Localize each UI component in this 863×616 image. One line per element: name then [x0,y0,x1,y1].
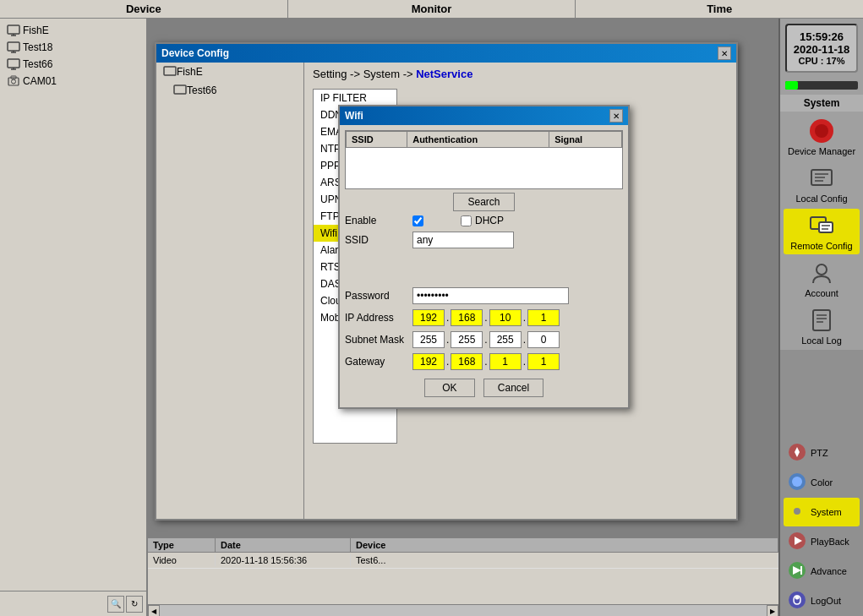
ssid-row: SSID [345,232,623,248]
wifi-dialog: Wifi ✕ SSID Authentication [338,105,630,409]
scroll-left[interactable]: ◀ [148,605,160,616]
svg-rect-3 [8,42,19,51]
ip-dot2: . [484,312,487,324]
time-display: 15:59:26 2020-11-18 CPU : 17% [785,24,858,73]
subnet-p1[interactable] [412,331,445,348]
scroll-right[interactable]: ▶ [767,605,778,616]
auth-col-header: Authentication [407,132,549,148]
subnet-mask-label: Subnet Mask [345,334,412,346]
sidebar-btn-local-config[interactable]: Local Config [784,161,860,207]
sidebar-btn-ptz[interactable]: PTZ [784,439,860,467]
device-manager-icon [808,117,835,144]
svg-point-15 [815,124,828,138]
tree-item-fishe[interactable]: FishE [3,22,143,39]
dhcp-checkbox[interactable] [461,215,472,226]
ip-p1[interactable] [412,309,445,326]
nav-panel: FishE Test66 [156,63,304,519]
wifi-title: Wifi [345,110,363,122]
password-label: Password [345,290,412,302]
sidebar-btn-color[interactable]: Color [784,468,860,497]
svg-point-40 [795,596,800,600]
sidebar-btn-system[interactable]: System [784,498,860,526]
gateway-p2[interactable] [451,353,483,370]
wifi-body: SSID Authentication Signal [340,125,628,407]
time-section-header: Time [576,0,863,18]
breadcrumb-netservice: NetService [416,68,472,80]
search-btn-tree[interactable]: 🔍 [107,596,124,613]
search-btn-row: Search [345,193,623,211]
sidebar-btn-advance[interactable]: Advance [784,557,860,586]
subnet-p4[interactable] [527,331,560,348]
ssid-form-label: SSID [345,234,412,246]
svg-point-33 [794,508,800,515]
event-log: Type Date Device Video 2020-11-18 15:56:… [148,537,778,604]
breadcrumb-arrow1: -> [350,68,360,80]
ssid-input[interactable] [412,232,514,248]
sidebar-btn-local-log[interactable]: Local Log [784,303,860,349]
monitor-icon-test18 [7,41,20,54]
tree-item-test18[interactable]: Test18 [3,39,143,56]
event-log-header: Type Date Device [148,538,778,553]
event-cell-type-0: Video [148,554,216,566]
device-tree-bottom: 🔍 ↻ [0,591,146,616]
device-config-close[interactable]: ✕ [718,46,731,60]
netservice-item-ipfilter[interactable]: IP FILTER [314,90,396,106]
sidebar-btn-logout[interactable]: LogOut [784,586,860,615]
gateway-label: Gateway [345,356,412,368]
sidebar-btn-account[interactable]: Account [784,256,860,302]
event-log-area: Type Date Device Video 2020-11-18 15:56:… [148,537,778,616]
gateway-p3[interactable] [489,353,522,370]
device-manager-label: Device Manager [788,146,855,156]
dialog-buttons: OK Cancel [345,379,623,402]
sidebar-btn-device-manager[interactable]: Device Manager [784,114,860,160]
subnet-p2[interactable] [451,331,483,348]
nav-item-test66[interactable]: Test66 [156,81,303,100]
ip-p4[interactable] [527,309,560,326]
ip-dot3: . [523,312,526,324]
device-tree-content: FishE Test18 Test66 CAM01 [0,19,146,591]
time-label: Time [707,3,732,15]
nav-item-fishe[interactable]: FishE [156,63,303,81]
sidebar-btn-remote-config[interactable]: Remote Config [784,209,860,254]
tree-item-test66[interactable]: Test66 [3,56,143,73]
event-row-0: Video 2020-11-18 15:56:36 Test6... [148,553,778,569]
gateway-p1[interactable] [412,353,445,370]
svg-rect-21 [819,222,833,232]
enable-label: Enable [345,215,412,226]
center-area: Device Config ✕ FishE Test66 [148,19,778,616]
subnet-dot2: . [484,334,487,346]
ip-dot1: . [446,312,449,324]
content-area: Setting -> System -> NetService IP FILTE… [304,63,736,519]
system-icon [787,501,807,521]
gateway-p4[interactable] [527,353,560,370]
subnet-dot1: . [446,334,449,346]
ip-address-row: IP Address . . . [345,309,623,326]
sidebar-btn-playback[interactable]: PlayBack [784,527,860,556]
refresh-btn-tree[interactable]: ↻ [126,596,143,613]
wifi-ssid-table: SSID Authentication Signal [346,131,622,148]
enable-checkbox[interactable] [412,215,423,226]
ip-p3[interactable] [489,309,522,326]
scrollbar-track[interactable] [160,605,767,616]
breadcrumb-arrow2: -> [403,68,413,80]
local-config-icon [808,165,835,192]
breadcrumb: Setting -> System -> NetService [304,63,736,85]
account-icon [808,259,835,286]
nav-test66-label: Test66 [187,84,216,96]
ssid-col-header: SSID [347,132,407,148]
ip-p2[interactable] [451,309,483,326]
ip-address-group: . . . [412,309,560,326]
svg-rect-0 [8,25,19,34]
gateway-group: . . . [412,353,560,370]
gateway-dot3: . [523,356,526,368]
password-input[interactable] [412,287,569,304]
right-sidebar-bottom: PTZ Color System PlayBack [780,438,863,616]
search-button[interactable]: Search [453,193,514,211]
tree-item-cam01[interactable]: CAM01 [3,73,143,90]
cpu-value: CPU : 17% [792,56,851,66]
ok-button[interactable]: OK [424,379,475,397]
cancel-button[interactable]: Cancel [483,379,543,397]
tree-label-fishe: FishE [23,25,49,36]
subnet-p3[interactable] [489,331,522,348]
wifi-close-btn[interactable]: ✕ [609,109,623,123]
